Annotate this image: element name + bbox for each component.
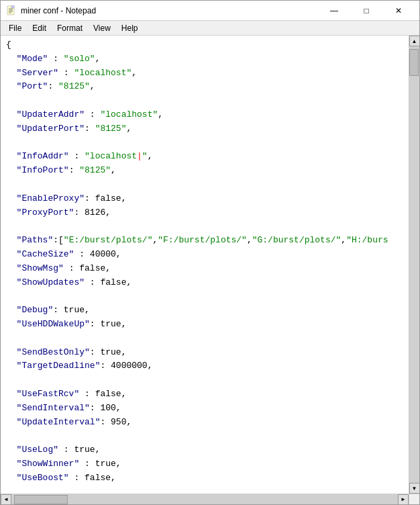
menu-edit[interactable]: Edit (27, 22, 52, 34)
minimize-button[interactable]: — (319, 3, 350, 19)
scroll-track-vertical[interactable] (409, 46, 419, 483)
scroll-corner (409, 494, 419, 505)
title-buttons: — □ ✕ (319, 3, 414, 19)
close-button[interactable]: ✕ (383, 3, 414, 19)
menu-view[interactable]: View (88, 22, 116, 34)
menu-bar: File Edit Format View Help (1, 21, 419, 36)
notepad-icon (6, 5, 17, 16)
scroll-track-horizontal[interactable] (11, 494, 398, 505)
window-title: miner conf - Notepad (21, 6, 96, 15)
text-editor[interactable]: { "Mode" : "solo", "Server" : "localhost… (1, 36, 409, 494)
editor-area: { "Mode" : "solo", "Server" : "localhost… (1, 36, 419, 504)
editor-content: { "Mode" : "solo", "Server" : "localhost… (1, 36, 419, 494)
menu-help[interactable]: Help (116, 22, 144, 34)
scroll-right-button[interactable]: ► (398, 494, 409, 505)
menu-format[interactable]: Format (52, 22, 88, 34)
scroll-up-button[interactable]: ▲ (409, 36, 420, 46)
title-bar-left: miner conf - Notepad (6, 5, 96, 16)
notepad-window: miner conf - Notepad — □ ✕ File Edit For… (0, 0, 420, 505)
scroll-thumb-vertical[interactable] (409, 49, 419, 76)
scroll-left-button[interactable]: ◄ (1, 494, 11, 505)
horizontal-scrollbar-area: ◄ ► (1, 494, 419, 504)
title-bar: miner conf - Notepad — □ ✕ (1, 1, 419, 21)
scroll-thumb-horizontal[interactable] (14, 495, 68, 504)
horizontal-scrollbar[interactable]: ◄ ► (1, 494, 409, 505)
scroll-down-button[interactable]: ▼ (409, 483, 420, 494)
maximize-button[interactable]: □ (351, 3, 382, 19)
svg-rect-1 (11, 5, 14, 8)
vertical-scrollbar[interactable]: ▲ ▼ (409, 36, 419, 494)
menu-file[interactable]: File (3, 22, 27, 34)
